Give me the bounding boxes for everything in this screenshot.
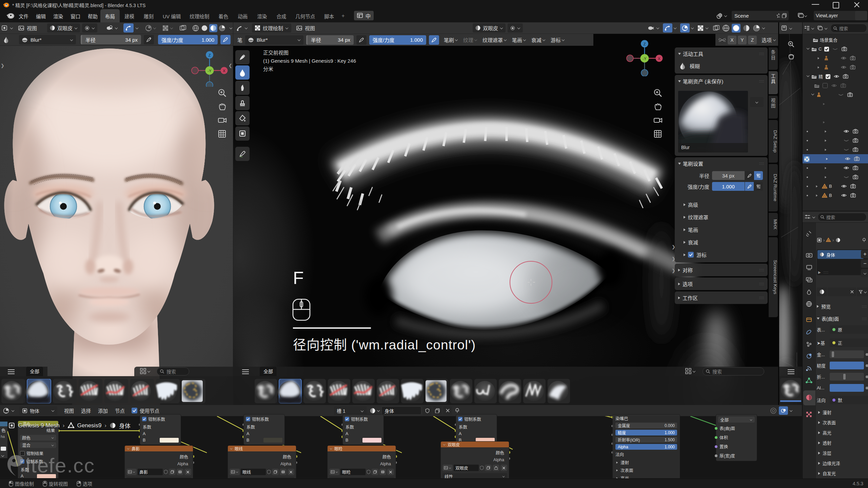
svg-text:Z: Z: [209, 53, 211, 57]
svg-text:-Y: -Y: [208, 69, 212, 73]
svg-text:Z: Z: [644, 42, 646, 46]
svg-text:X: X: [658, 57, 660, 61]
svg-text:X: X: [223, 69, 225, 73]
svg-text:-Y: -Y: [643, 57, 647, 61]
